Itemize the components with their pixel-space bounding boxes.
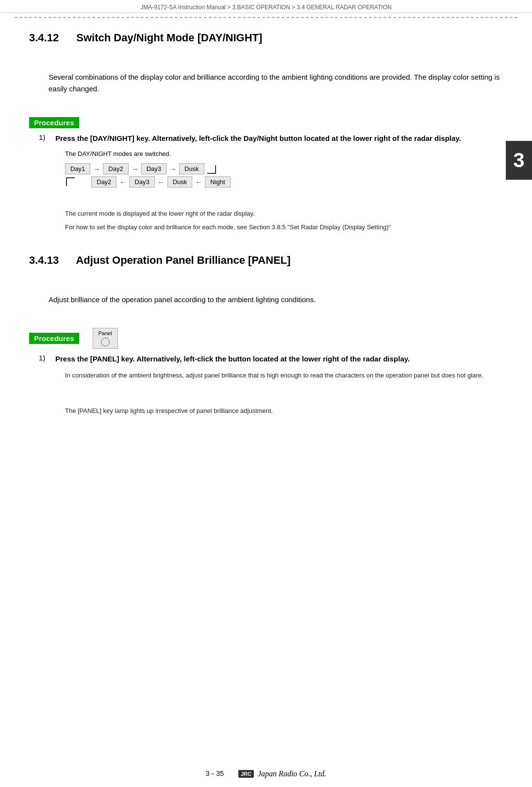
panel-button-label: Panel bbox=[98, 330, 113, 336]
mode-night: Night bbox=[205, 176, 230, 188]
section-3413-number: 3.4.13 bbox=[29, 254, 59, 266]
section-3413-title: Adjust Operation Panel Brilliance [PANEL… bbox=[76, 254, 290, 266]
mode-flow-diagram: Day1 → Day2 → Day3 → Dusk D bbox=[65, 163, 503, 188]
step-2-info: In consideration of the ambient brightne… bbox=[65, 371, 503, 380]
section-3413-intro: Adjust brilliance of the operation panel… bbox=[49, 294, 503, 306]
step-1-number: 1) bbox=[39, 133, 53, 144]
dashed-divider bbox=[15, 17, 517, 18]
panel-button-image: Panel bbox=[93, 328, 118, 349]
info-text-1: The current mode is displayed at the low… bbox=[65, 209, 503, 219]
section-3412-title: Switch Day/Night Mode [DAY/NIGHT] bbox=[76, 32, 262, 44]
chapter-tab: 3 bbox=[506, 141, 532, 180]
step-1-container: 1) Press the [DAY/NIGHT] key. Alternativ… bbox=[39, 133, 503, 144]
arrow-4: ← bbox=[119, 178, 126, 186]
procedures-badge-1: Procedures bbox=[29, 117, 79, 128]
footer-logo: JRC Japan Radio Co., Ltd. bbox=[238, 770, 326, 778]
arrow-2: → bbox=[132, 165, 138, 173]
mode-day3-r1: Day3 bbox=[141, 163, 166, 174]
arrow-6: ← bbox=[195, 178, 202, 186]
section-3412-heading: 3.4.12 Switch Day/Night Mode [DAY/NIGHT] bbox=[29, 32, 503, 44]
footer-page-number: 3－35 bbox=[206, 770, 224, 778]
jrc-logo: JRC bbox=[238, 770, 254, 778]
step-1-text: Press the [DAY/NIGHT] key. Alternatively… bbox=[55, 133, 461, 144]
step-2-container: 1) Press the [PANEL] key. Alternatively,… bbox=[39, 354, 503, 365]
step-2-note: The [PANEL] key lamp lights up irrespect… bbox=[65, 406, 503, 416]
chapter-number: 3 bbox=[513, 149, 524, 172]
page-header: JMA-9172-SA Instruction Manual > 3.BASIC… bbox=[0, 0, 532, 13]
mode-dusk-r2: Dusk bbox=[167, 176, 193, 188]
arrow-5: ← bbox=[158, 178, 165, 186]
step-2-number: 1) bbox=[39, 354, 53, 365]
company-name: Japan Radio Co., Ltd. bbox=[258, 770, 326, 778]
header-text: JMA-9172-SA Instruction Manual > 3.BASIC… bbox=[140, 4, 391, 11]
step-2-text: Press the [PANEL] key. Alternatively, le… bbox=[55, 354, 410, 365]
arrow-1: → bbox=[93, 165, 100, 173]
mode-day2-r1: Day2 bbox=[103, 163, 128, 174]
page-footer: 3－35 JRC Japan Radio Co., Ltd. bbox=[0, 770, 532, 778]
main-content: 3.4.12 Switch Day/Night Mode [DAY/NIGHT]… bbox=[0, 22, 532, 424]
section-3413: 3.4.13 Adjust Operation Panel Brilliance… bbox=[29, 254, 503, 416]
section-3413-heading: 3.4.13 Adjust Operation Panel Brilliance… bbox=[29, 254, 503, 267]
mode-day2-r2: Day2 bbox=[91, 176, 116, 188]
section-3412-intro: Several combinations of the display colo… bbox=[49, 71, 503, 95]
mode-day1: Day1 bbox=[65, 163, 90, 174]
arrow-3: → bbox=[169, 165, 176, 173]
procedures-badge-2: Procedures bbox=[29, 333, 79, 344]
info-text-2: For how to set the display color and bri… bbox=[65, 222, 503, 232]
mode-dusk-r1: Dusk bbox=[179, 163, 204, 174]
panel-button-circle bbox=[101, 338, 110, 346]
step-1-subtext: The DAY/NIGHT modes are switched. bbox=[65, 149, 503, 159]
mode-day3-r2: Day3 bbox=[129, 176, 154, 188]
section-3412: 3.4.12 Switch Day/Night Mode [DAY/NIGHT]… bbox=[29, 32, 503, 232]
section-3412-number: 3.4.12 bbox=[29, 32, 59, 44]
